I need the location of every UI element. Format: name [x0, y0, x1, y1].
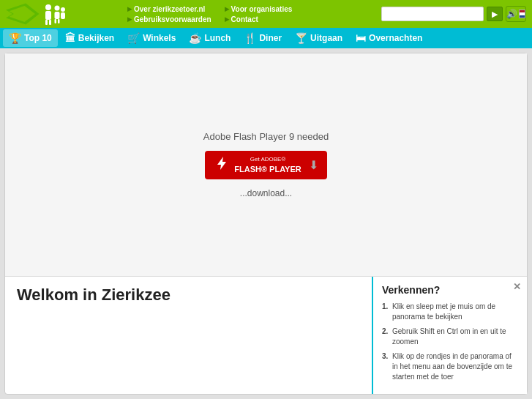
svg-point-10 [61, 7, 65, 12]
overnachten-icon: 🛏 [356, 32, 366, 44]
welkom-title: Welkom in Zierikzee [17, 286, 360, 305]
logo-area [6, 3, 123, 25]
verkennen-panel: Verkennen? ✕ Klik en sleep met je muis o… [373, 277, 527, 394]
bekijken-icon: 🏛 [65, 32, 75, 44]
verkennen-step-3: Klik op de rondjes in de panorama of in … [382, 351, 518, 382]
navbar: 🏆 Top 10 🏛 Bekijken 🛒 Winkels ☕ Lunch 🍴 … [0, 28, 532, 48]
people-icon [42, 3, 66, 25]
nav-item-winkels[interactable]: 🛒 Winkels [121, 29, 181, 47]
svg-rect-5 [49, 20, 51, 25]
header: ▶ Over zierikzeetoer.nl ▶ Gebruiksvoorwa… [0, 0, 532, 28]
nav-link-gebruiksvoorwaarden[interactable]: ▶ Gebruiksvoorwaarden [127, 15, 211, 23]
nav-item-diner[interactable]: 🍴 Diner [238, 29, 288, 47]
svg-point-2 [45, 4, 51, 10]
nav-link-contact[interactable]: ▶ Contact [225, 15, 293, 23]
welkom-area: Welkom in Zierikzee [5, 277, 373, 394]
verkennen-step-1: Klik en sleep met je muis om de panorama… [382, 302, 518, 322]
flash-area: Adobe Flash Player 9 needed Get ADOBE® F… [5, 53, 527, 276]
verkennen-title: Verkennen? [382, 284, 518, 296]
winkels-icon: 🛒 [127, 32, 140, 44]
verkennen-list: Klik en sleep met je muis om de panorama… [382, 302, 518, 382]
header-nav: ▶ Over zierikzeetoer.nl ▶ Gebruiksvoorwa… [127, 5, 292, 23]
verkennen-step-2: Gebruik Shift en Ctrl om in en uit te zo… [382, 327, 518, 347]
search-area: ▶ 🔊 [381, 6, 526, 22]
nav-item-uitgaan[interactable]: 🍸 Uitgaan [289, 29, 348, 47]
speaker-icon: 🔊 [506, 9, 517, 19]
nav-item-overnachten[interactable]: 🛏 Overnachten [350, 29, 428, 47]
search-input[interactable] [381, 7, 484, 21]
content-area: Adobe Flash Player 9 needed Get ADOBE® F… [4, 53, 528, 395]
get-flash-button[interactable]: Get ADOBE® FLASH® PLAYER ⬇ [205, 151, 326, 179]
language-button[interactable]: 🔊 [506, 6, 526, 22]
dutch-flag-icon [519, 10, 525, 18]
svg-rect-11 [61, 12, 65, 19]
flash-message: Adobe Flash Player 9 needed [203, 131, 329, 142]
nav-link-organisaties[interactable]: ▶ Voor organisaties [225, 5, 293, 13]
nav-item-bekijken[interactable]: 🏛 Bekijken [59, 29, 120, 47]
main-area: Adobe Flash Player 9 needed Get ADOBE® F… [0, 48, 532, 399]
svg-point-6 [55, 6, 60, 11]
search-button[interactable]: ▶ [487, 7, 503, 21]
svg-rect-4 [45, 20, 48, 25]
flash-download-icon: ⬇ [309, 158, 318, 172]
nav-link-over[interactable]: ▶ Over zierikzeetoer.nl [127, 5, 211, 13]
uitgaan-icon: 🍸 [295, 32, 307, 44]
nav-item-lunch[interactable]: ☕ Lunch [183, 29, 236, 47]
logo-icon [6, 3, 42, 25]
svg-rect-9 [58, 19, 60, 23]
flash-download-label: ...download... [240, 188, 292, 198]
svg-rect-7 [55, 12, 60, 19]
top10-icon: 🏆 [9, 32, 21, 44]
verkennen-close-button[interactable]: ✕ [513, 281, 521, 292]
flash-btn-text: Get ADOBE® FLASH® PLAYER [234, 156, 301, 174]
diner-icon: 🍴 [244, 32, 256, 44]
nav-item-top10[interactable]: 🏆 Top 10 [3, 29, 58, 47]
lunch-icon: ☕ [189, 32, 201, 44]
bottom-section: Welkom in Zierikzee Verkennen? ✕ Klik en… [5, 276, 527, 394]
svg-rect-3 [45, 11, 51, 20]
flash-icon [214, 155, 230, 175]
svg-rect-8 [55, 19, 57, 23]
